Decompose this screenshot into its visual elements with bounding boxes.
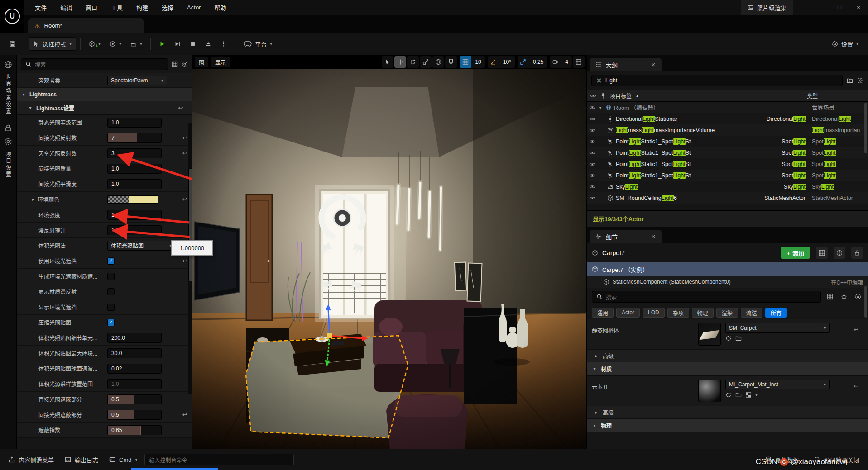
viewport-scene[interactable] — [192, 69, 586, 449]
outliner-column-header[interactable]: 项目标签▲ 类型 — [587, 90, 868, 102]
filter-tab-杂项[interactable]: 杂项 — [667, 308, 689, 318]
visibility-eye-icon[interactable] — [589, 116, 595, 122]
browse-to-asset-icon[interactable] — [725, 392, 732, 398]
menu-文件[interactable]: 文件 — [28, 0, 53, 15]
advanced-expander[interactable]: ▸高级 — [587, 406, 868, 419]
menu-选择[interactable]: 选择 — [155, 0, 180, 15]
tab-details[interactable]: 细节 — [590, 230, 662, 243]
output-log-button[interactable]: 输出日志 — [61, 453, 102, 466]
component-root-row[interactable]: Carpet7 （实例） — [587, 262, 868, 276]
level-viewport[interactable]: 照 显示 10 10° — [192, 55, 586, 449]
eject-button[interactable] — [201, 37, 216, 51]
visibility-eye-icon[interactable] — [589, 104, 595, 111]
lock-button[interactable] — [851, 247, 863, 259]
spectator-class-dropdown[interactable]: SpectatorPawn▾ — [107, 76, 167, 85]
value-input[interactable]: 0.02 — [107, 364, 162, 374]
static-mesh-thumbnail[interactable] — [698, 323, 721, 346]
chevron-down-icon[interactable]: ▾ — [755, 393, 758, 397]
tab-project-settings[interactable]: 项目设置 — [5, 151, 12, 178]
expander-icon[interactable]: ▾ — [598, 105, 603, 110]
category-lightmass-settings[interactable]: ▾Lightmass设置 ↩ — [17, 101, 192, 115]
console-input[interactable]: 输入控制台命令 — [144, 454, 294, 465]
blueprints-button[interactable]: ▾ — [106, 37, 125, 51]
category-lightmass[interactable]: ▾Lightmass — [17, 88, 192, 101]
section-materials[interactable]: ▾材质 — [587, 362, 868, 376]
visibility-eye-icon[interactable] — [589, 184, 595, 190]
menu-Actor[interactable]: Actor — [180, 0, 207, 15]
panel-settings-icon[interactable] — [182, 61, 188, 67]
scrollbar[interactable] — [188, 123, 192, 394]
checkbox[interactable] — [107, 304, 115, 311]
component-row[interactable]: StaticMeshComponent (StaticMeshComponent… — [587, 276, 868, 288]
filter-tab-物理[interactable]: 物理 — [692, 308, 714, 318]
value-input[interactable]: 200.0 — [107, 333, 162, 343]
menu-工具[interactable]: 工具 — [104, 0, 129, 15]
visibility-eye-icon[interactable] — [589, 150, 595, 156]
scrollbar[interactable] — [864, 286, 867, 318]
reset-icon[interactable]: ↩ — [177, 411, 192, 418]
pin-column-icon[interactable] — [600, 93, 606, 99]
world-settings-icon[interactable] — [4, 61, 12, 69]
value-input[interactable]: 1.0 — [107, 164, 162, 174]
close-icon[interactable] — [651, 62, 656, 67]
project-settings-icon[interactable] — [4, 138, 12, 146]
outliner-search-input[interactable]: Light — [591, 75, 843, 86]
cinematics-button[interactable]: ▾ — [126, 37, 146, 51]
scrollbar[interactable] — [864, 103, 867, 153]
settings-dropdown[interactable]: 设置▾ — [828, 37, 863, 51]
camera-speed-control[interactable]: 4 — [550, 56, 572, 68]
world-settings-search-input[interactable]: 搜索 — [21, 58, 168, 70]
value-input[interactable]: 1.0 — [107, 379, 162, 389]
rotation-snap-control[interactable]: 10° — [488, 56, 515, 68]
cmd-dropdown[interactable]: Cmd▾ — [105, 453, 141, 466]
checkbox[interactable] — [107, 288, 115, 295]
visibility-column-icon[interactable] — [590, 93, 596, 99]
filter-tab-Actor[interactable]: Actor — [616, 308, 640, 318]
rotation-snap-value[interactable]: 10° — [499, 56, 515, 68]
open-asset-icon[interactable] — [735, 335, 742, 342]
value-input[interactable]: 1.0 — [107, 225, 162, 235]
content-drawer-button[interactable]: 内容侧滑菜单 — [5, 453, 58, 466]
close-icon[interactable] — [651, 234, 656, 239]
rotate-tool[interactable] — [407, 56, 419, 68]
filter-tab-LOD[interactable]: LOD — [643, 308, 665, 318]
show-flags-button[interactable]: 显示 — [211, 56, 230, 68]
platforms-dropdown[interactable]: 平台▾ — [240, 37, 276, 51]
menu-编辑[interactable]: 编辑 — [53, 0, 79, 15]
scale-snap-value[interactable]: 0.25 — [529, 56, 547, 68]
material-thumbnail[interactable] — [698, 380, 721, 402]
camera-speed-value[interactable]: 4 — [561, 56, 572, 68]
world-local-toggle[interactable] — [432, 56, 444, 68]
stop-button[interactable] — [186, 37, 200, 51]
filter-tab-所有[interactable]: 所有 — [765, 308, 787, 318]
select-tool[interactable] — [382, 56, 393, 68]
value-input[interactable]: 1.0 — [107, 210, 162, 220]
outliner-row[interactable]: PointLightStatic1_SpotLightStSpotLightSp… — [587, 147, 868, 158]
open-asset-icon[interactable] — [735, 392, 742, 398]
details-search-input[interactable]: 搜索 — [592, 291, 821, 303]
play-options-button[interactable] — [216, 37, 231, 51]
add-actor-button[interactable]: +▾ — [85, 37, 105, 51]
restore-button[interactable]: □ — [830, 0, 849, 15]
save-button[interactable] — [5, 37, 20, 51]
outliner-row[interactable]: ▾Room （编辑器）世界场景 — [587, 102, 868, 113]
display-options-icon[interactable] — [825, 294, 835, 300]
outliner-row[interactable]: DirectionalLightStationarDirectionalLigh… — [587, 113, 868, 124]
movie-render-queue-button[interactable]: 照片级渲染 — [741, 0, 793, 15]
grid-snap-value[interactable]: 10 — [471, 56, 484, 68]
lock-icon[interactable] — [4, 124, 12, 132]
reset-icon[interactable]: ↩ — [849, 380, 863, 389]
value-input[interactable]: 1.0 — [107, 118, 162, 128]
filter-tab-渲染[interactable]: 渲染 — [716, 308, 738, 318]
checkbox[interactable]: ✓ — [107, 319, 115, 326]
reset-icon[interactable]: ↩ — [173, 104, 188, 111]
content-drawer-strip[interactable] — [131, 468, 218, 470]
value-input[interactable]: 7 — [107, 133, 162, 143]
play-button[interactable] — [155, 37, 169, 51]
surface-snap-toggle[interactable] — [445, 56, 457, 68]
expander-icon[interactable]: ▸ — [30, 197, 36, 202]
reset-icon[interactable]: ↩ — [849, 323, 863, 333]
add-component-button[interactable]: + 添加 — [781, 247, 810, 259]
outliner-row[interactable]: SM_RoundCeilingLight6StaticMeshActorStat… — [587, 192, 868, 204]
value-input[interactable]: 3 — [107, 148, 162, 158]
